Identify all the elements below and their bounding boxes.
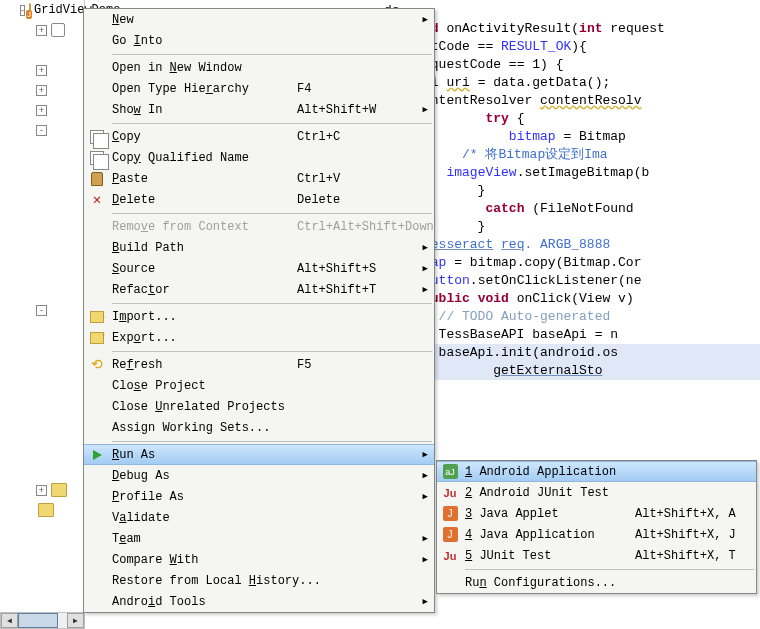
tree-row[interactable]: + — [0, 100, 84, 120]
tree-row[interactable] — [0, 240, 84, 260]
menu-item[interactable]: Debug As▶ — [84, 465, 434, 486]
scroll-thumb[interactable] — [18, 613, 58, 628]
code-line[interactable]: ocrButton.setOnClickListener(ne — [384, 272, 760, 290]
menu-item[interactable]: RefactorAlt+Shift+T▶ — [84, 279, 434, 300]
menu-item[interactable]: Open Type HierarchyF4 — [84, 78, 434, 99]
menu-item[interactable]: Ju5 JUnit TestAlt+Shift+X, T — [437, 545, 756, 566]
code-line[interactable]: TessBaseAPI baseApi = n — [384, 326, 760, 344]
menu-item-label: Profile As — [112, 490, 297, 504]
tree-row[interactable] — [0, 460, 84, 480]
menu-item[interactable]: Assign Working Sets... — [84, 417, 434, 438]
code-line[interactable]: imageView.setImageBitmap(b — [384, 164, 760, 182]
tree-row[interactable]: + — [0, 20, 84, 40]
tree-toggle-icon[interactable]: - — [36, 125, 47, 136]
menu-item[interactable]: Build Path▶ — [84, 237, 434, 258]
tree-toggle-icon[interactable]: + — [36, 105, 47, 116]
menu-item[interactable]: Profile As▶ — [84, 486, 434, 507]
tree-horizontal-scrollbar[interactable]: ◀ ▶ — [0, 612, 85, 629]
tree-row[interactable]: - — [0, 120, 84, 140]
menu-item[interactable]: Go Into — [84, 30, 434, 51]
code-line[interactable]: bitmap = Bitmap — [384, 128, 760, 146]
android-app-icon: aJ — [442, 464, 458, 480]
scroll-left-icon[interactable]: ◀ — [1, 613, 18, 628]
menu-item[interactable]: Run As▶ — [84, 444, 434, 465]
scroll-right-icon[interactable]: ▶ — [67, 613, 84, 628]
menu-shortcut: F4 — [297, 82, 311, 96]
tree-row[interactable]: + — [0, 60, 84, 80]
tree-row[interactable] — [0, 360, 84, 380]
run-as-submenu: aJ1 Android ApplicationJu2 Android JUnit… — [436, 460, 757, 594]
package-explorer[interactable]: -GridViewDemo++++--+ — [0, 0, 85, 629]
tree-toggle-icon[interactable]: - — [20, 5, 25, 16]
code-line[interactable]: /* 将Bitmap设定到Ima — [384, 146, 760, 164]
menu-item[interactable]: Run Configurations... — [437, 572, 756, 593]
tree-row[interactable] — [0, 440, 84, 460]
tree-row[interactable] — [0, 180, 84, 200]
tree-toggle-icon[interactable]: - — [36, 305, 47, 316]
code-line[interactable]: // tesseract req. ARGB_8888 — [384, 236, 760, 254]
menu-item[interactable]: Restore from Local History... — [84, 570, 434, 591]
tree-row[interactable] — [0, 220, 84, 240]
menu-item[interactable]: SourceAlt+Shift+S▶ — [84, 258, 434, 279]
menu-item[interactable]: Import... — [84, 306, 434, 327]
menu-item[interactable]: Close Unrelated Projects — [84, 396, 434, 417]
menu-item[interactable]: Android Tools▶ — [84, 591, 434, 612]
code-line[interactable]: catch (FileNotFound — [384, 200, 760, 218]
tree-toggle-icon[interactable]: + — [36, 85, 47, 96]
tree-row[interactable] — [0, 400, 84, 420]
tree-row[interactable] — [0, 500, 84, 520]
menu-item[interactable]: Export... — [84, 327, 434, 348]
tree-row[interactable] — [0, 280, 84, 300]
code-line[interactable]: if (requestCode == 1) { — [384, 56, 760, 74]
tree-row[interactable] — [0, 320, 84, 340]
code-line[interactable]: (resultCode == RESULT_OK){ — [384, 38, 760, 56]
code-line[interactable]: bitmap = bitmap.copy(Bitmap.Cor — [384, 254, 760, 272]
tree-row[interactable] — [0, 40, 84, 60]
menu-item[interactable]: ✕DeleteDelete — [84, 189, 434, 210]
tree-row[interactable] — [0, 160, 84, 180]
tree-row[interactable] — [0, 260, 84, 280]
tree-row[interactable]: + — [0, 480, 84, 500]
menu-item[interactable]: J3 Java AppletAlt+Shift+X, A — [437, 503, 756, 524]
tree-row[interactable] — [0, 380, 84, 400]
code-line[interactable]: public void onClick(View v) — [384, 290, 760, 308]
tree-row[interactable] — [0, 340, 84, 360]
code-line[interactable]: de — [384, 2, 760, 20]
tree-toggle-icon[interactable]: + — [36, 65, 47, 76]
tree-row[interactable] — [0, 140, 84, 160]
code-line[interactable]: getExternalSto — [384, 362, 760, 380]
tree-toggle-icon[interactable]: + — [36, 485, 47, 496]
code-line[interactable]: Uri uri = data.getData(); — [384, 74, 760, 92]
tree-row[interactable] — [0, 420, 84, 440]
tree-row[interactable]: + — [0, 80, 84, 100]
code-line[interactable]: try { — [384, 110, 760, 128]
code-line[interactable]: ed void onActivityResult(int request — [384, 20, 760, 38]
menu-item[interactable]: New▶ — [84, 9, 434, 30]
menu-item[interactable]: Compare With▶ — [84, 549, 434, 570]
menu-item[interactable]: Show InAlt+Shift+W▶ — [84, 99, 434, 120]
import-icon — [89, 309, 105, 325]
menu-item[interactable]: Copy Qualified Name — [84, 147, 434, 168]
tree-toggle-icon[interactable]: + — [36, 25, 47, 36]
menu-item[interactable]: aJ1 Android Application — [437, 461, 756, 482]
code-line[interactable]: } — [384, 182, 760, 200]
menu-item[interactable]: J4 Java ApplicationAlt+Shift+X, J — [437, 524, 756, 545]
context-menu: New▶Go IntoOpen in New WindowOpen Type H… — [83, 8, 435, 613]
tree-row[interactable]: -GridViewDemo — [0, 0, 84, 20]
code-line[interactable]: } — [384, 218, 760, 236]
menu-item[interactable]: Validate — [84, 507, 434, 528]
menu-item[interactable]: Close Project — [84, 375, 434, 396]
menu-item[interactable]: Ju2 Android JUnit Test — [437, 482, 756, 503]
tree-row[interactable]: - — [0, 300, 84, 320]
menu-item[interactable]: Team▶ — [84, 528, 434, 549]
menu-item[interactable]: CopyCtrl+C — [84, 126, 434, 147]
code-line[interactable]: // TODO Auto-generated — [384, 308, 760, 326]
menu-item[interactable]: Open in New Window — [84, 57, 434, 78]
menu-item[interactable]: ⟲RefreshF5 — [84, 354, 434, 375]
run-icon — [89, 447, 105, 463]
menu-item[interactable]: PasteCtrl+V — [84, 168, 434, 189]
tree-row[interactable] — [0, 200, 84, 220]
menu-item-label: Refresh — [112, 358, 297, 372]
code-line[interactable]: baseApi.init(android.os — [384, 344, 760, 362]
code-line[interactable]: ContentResolver contentResolv — [384, 92, 760, 110]
